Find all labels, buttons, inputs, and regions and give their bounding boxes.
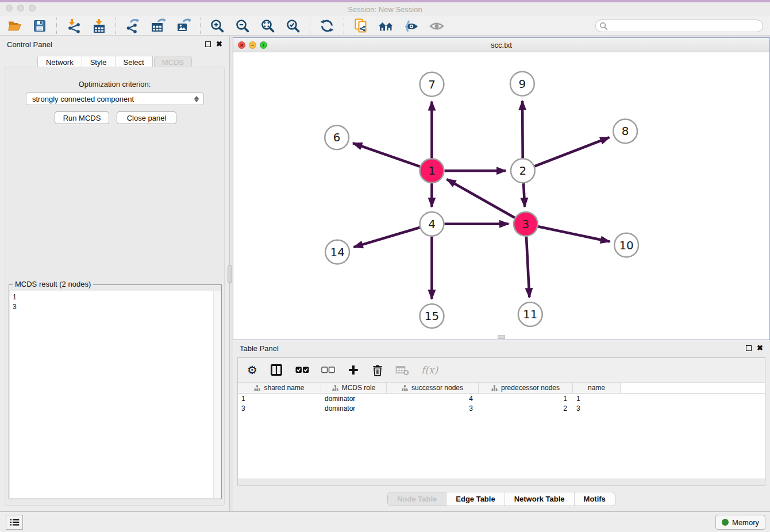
optimization-criterion-dropdown[interactable]: strongly connected component xyxy=(26,92,204,105)
graph-node-label: 8 xyxy=(622,125,629,138)
clone-network-button[interactable] xyxy=(352,18,369,34)
zoom-in-button[interactable] xyxy=(209,18,226,34)
search-box[interactable] xyxy=(595,20,763,32)
minimize-window-icon[interactable] xyxy=(17,5,24,11)
add-column-icon[interactable] xyxy=(347,364,360,376)
export-image-button[interactable] xyxy=(175,18,192,34)
select-all-columns-icon[interactable] xyxy=(295,367,309,373)
dropdown-value: strongly connected component xyxy=(32,95,194,103)
close-panel-button[interactable]: Close panel xyxy=(117,111,176,124)
cell-shared-name[interactable]: 1 xyxy=(238,395,321,403)
graph-edge[interactable] xyxy=(446,179,514,218)
maximize-window-icon[interactable] xyxy=(29,5,36,11)
hide-selected-button[interactable] xyxy=(403,18,420,34)
column-flag-icon xyxy=(332,385,338,391)
cell-shared-name[interactable]: 3 xyxy=(238,404,321,413)
optimization-criterion-label: Optimization criterion: xyxy=(5,80,224,88)
graph-edge[interactable] xyxy=(538,226,610,241)
column-header-shared-name[interactable]: shared name xyxy=(238,383,321,393)
eye-icon xyxy=(429,18,445,33)
graph-edge[interactable] xyxy=(534,137,609,166)
graph-edge[interactable] xyxy=(522,101,523,159)
cell-successor-nodes[interactable]: 3 xyxy=(387,404,479,413)
float-table-panel-icon[interactable] xyxy=(746,345,752,351)
zoom-selected-button[interactable] xyxy=(284,18,302,34)
table-panel: Table Panel ✖ ⚙ xyxy=(233,340,770,511)
graph-node-label: 2 xyxy=(519,164,527,178)
tab-network[interactable]: Network xyxy=(38,56,82,68)
graph-node-label: 15 xyxy=(425,310,439,323)
table-hscroll-track[interactable] xyxy=(238,479,765,485)
import-table-button[interactable] xyxy=(90,18,107,34)
mcds-result-line: 3 xyxy=(10,302,221,312)
node-table: shared name MCDS role successor nodes pr… xyxy=(238,382,765,479)
result-scrollbar[interactable] xyxy=(213,291,221,498)
task-history-button[interactable] xyxy=(6,515,23,530)
export-network-button[interactable] xyxy=(124,18,141,34)
mcds-result-text[interactable]: 1 3 xyxy=(10,291,221,498)
memory-button[interactable]: Memory xyxy=(715,515,765,530)
split-columns-icon[interactable] xyxy=(270,363,283,377)
graph-node-label: 4 xyxy=(428,218,436,231)
network-traffic-lights[interactable]: ✕ − + xyxy=(238,41,267,49)
table-row[interactable]: 3 dominator 3 2 3 xyxy=(238,403,765,413)
canvas-hscroll-thumb[interactable] xyxy=(498,335,505,339)
column-flag-icon xyxy=(402,385,408,391)
close-panel-icon[interactable]: ✖ xyxy=(216,41,222,47)
minimize-network-icon[interactable]: − xyxy=(249,41,256,49)
column-header-name[interactable]: name xyxy=(573,383,621,393)
column-header-successor-nodes[interactable]: successor nodes xyxy=(387,383,479,393)
close-table-panel-icon[interactable]: ✖ xyxy=(757,345,763,351)
dropdown-stepper-icon xyxy=(194,96,199,102)
mcds-result-group: MCDS result (2 nodes) 1 3 xyxy=(9,284,222,499)
export-table-icon xyxy=(151,18,166,33)
cell-successor-nodes[interactable]: 4 xyxy=(387,395,479,403)
eye-slash-icon xyxy=(403,18,419,33)
graph-edge[interactable] xyxy=(526,237,529,298)
cell-name[interactable]: 1 xyxy=(573,395,621,403)
float-panel-icon[interactable] xyxy=(205,41,211,47)
network-window-titlebar[interactable]: ✕ − + scc.txt xyxy=(233,38,769,52)
tab-edge-table[interactable]: Edge Table xyxy=(446,492,505,506)
save-session-button[interactable] xyxy=(31,18,48,34)
column-header-predecessor-nodes[interactable]: predecessor nodes xyxy=(479,383,573,393)
zoom-in-icon xyxy=(210,18,225,33)
tab-network-table[interactable]: Network Table xyxy=(505,492,575,506)
export-table-button[interactable] xyxy=(149,18,167,34)
search-input[interactable] xyxy=(595,20,763,32)
close-window-icon[interactable] xyxy=(6,5,13,11)
show-all-button[interactable] xyxy=(428,18,445,34)
panel-splitter-handle[interactable] xyxy=(228,265,232,283)
graph-edge[interactable] xyxy=(523,183,525,207)
first-neighbors-button[interactable] xyxy=(378,18,395,34)
cell-mcds-role[interactable]: dominator xyxy=(321,404,387,413)
tab-style[interactable]: Style xyxy=(82,56,116,68)
table-settings-icon[interactable]: ⚙ xyxy=(247,364,257,376)
cell-mcds-role[interactable]: dominator xyxy=(321,395,387,403)
column-header-mcds-role[interactable]: MCDS role xyxy=(321,383,387,393)
deselect-all-columns-icon[interactable] xyxy=(321,367,335,373)
cell-name[interactable]: 3 xyxy=(573,404,621,413)
maximize-network-icon[interactable]: + xyxy=(260,41,267,49)
zoom-out-button[interactable] xyxy=(234,18,251,34)
tab-motifs[interactable]: Motifs xyxy=(575,492,615,506)
app-traffic-lights[interactable] xyxy=(6,5,36,11)
delete-column-icon[interactable] xyxy=(372,364,383,377)
cell-predecessor-nodes[interactable]: 1 xyxy=(479,395,573,403)
table-row[interactable]: 1 dominator 4 1 1 xyxy=(238,394,765,403)
houses-icon xyxy=(378,19,395,33)
graph-edge[interactable] xyxy=(354,228,420,247)
tab-select[interactable]: Select xyxy=(116,56,152,68)
list-icon xyxy=(9,518,20,527)
network-canvas[interactable]: 7961284314101511 xyxy=(233,52,769,340)
close-network-icon[interactable]: ✕ xyxy=(238,41,245,49)
import-network-button[interactable] xyxy=(65,18,82,34)
run-mcds-button[interactable]: Run MCDS xyxy=(55,111,109,124)
refresh-layout-button[interactable] xyxy=(318,18,336,34)
tab-node-table[interactable]: Node Table xyxy=(388,492,446,506)
cell-predecessor-nodes[interactable]: 2 xyxy=(479,404,573,413)
graph-edge[interactable] xyxy=(353,143,419,167)
open-session-button[interactable] xyxy=(6,18,23,34)
zoom-fit-button[interactable] xyxy=(259,18,276,34)
graph-node-label: 7 xyxy=(428,78,436,91)
